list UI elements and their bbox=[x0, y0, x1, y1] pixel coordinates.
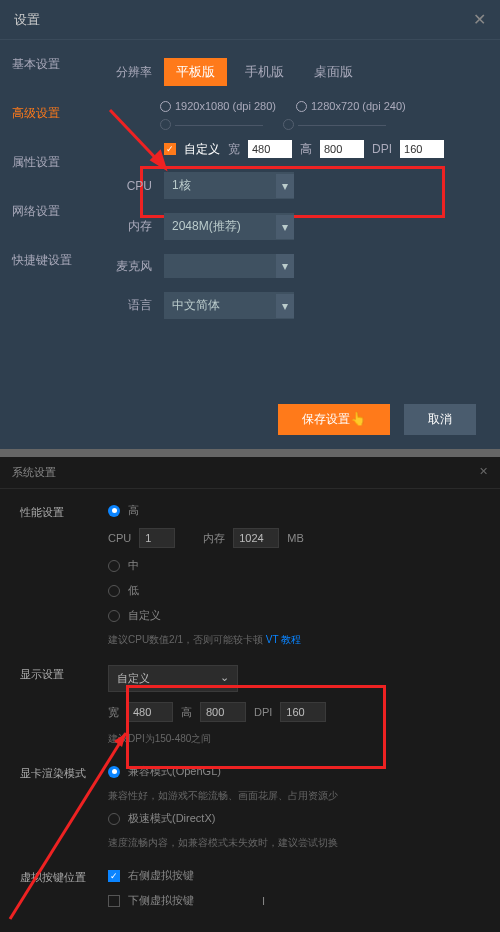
render-opt2-label: 极速模式(DirectX) bbox=[128, 811, 215, 826]
p2-cpu-input[interactable] bbox=[139, 528, 175, 548]
width-label: 宽 bbox=[228, 141, 240, 158]
vkey-check1-label: 右侧虚拟按键 bbox=[128, 868, 194, 883]
perf-hint: 建议CPU数值2/1，否则可能较卡顿 bbox=[108, 634, 263, 645]
res-radio-1080-label: 1920x1080 (dpi 280) bbox=[175, 100, 276, 112]
settings-dialog-1: 设置 ✕ 基本设置 高级设置 属性设置 网络设置 快捷键设置 分辨率 平板版 手… bbox=[0, 0, 500, 449]
save-button[interactable]: 保存设置👆 bbox=[278, 404, 390, 435]
content-area: 分辨率 平板版 手机版 桌面版 1920x1080 (dpi 280) 1280… bbox=[100, 40, 500, 390]
perf-radio-mid-label: 中 bbox=[128, 558, 139, 573]
lang-select[interactable]: 中文简体▾ bbox=[164, 292, 294, 319]
render-radio-opengl[interactable] bbox=[108, 766, 120, 778]
p2-mem-input[interactable] bbox=[233, 528, 279, 548]
chevron-down-icon: ▾ bbox=[276, 174, 294, 198]
render-hint2: 速度流畅内容，如兼容模式未失效时，建议尝试切换 bbox=[108, 836, 486, 850]
disp-dpi-label: DPI bbox=[254, 706, 272, 718]
custom-checkbox[interactable]: ✓ bbox=[164, 143, 176, 155]
res-radio-1080[interactable]: 1920x1080 (dpi 280) bbox=[160, 100, 276, 112]
dialog-title-2: 系统设置 bbox=[12, 465, 56, 480]
settings-dialog-2: 系统设置 ✕ 性能设置 高 CPU 内存 MB 中 bbox=[0, 457, 500, 932]
render-label: 显卡渲染模式 bbox=[20, 764, 100, 781]
height-label: 高 bbox=[300, 141, 312, 158]
disp-h-label: 高 bbox=[181, 705, 192, 720]
mic-label: 麦克风 bbox=[100, 258, 156, 275]
height-input[interactable] bbox=[320, 140, 364, 158]
render-opt1-label: 兼容模式(OpenGL) bbox=[128, 764, 221, 779]
dialog-header-2: 系统设置 ✕ bbox=[0, 457, 500, 489]
lang-label: 语言 bbox=[100, 297, 156, 314]
tab-desktop[interactable]: 桌面版 bbox=[302, 58, 365, 86]
dpi-input[interactable] bbox=[400, 140, 444, 158]
sidebar: 基本设置 高级设置 属性设置 网络设置 快捷键设置 bbox=[0, 40, 100, 390]
sidebar-tab-hotkey[interactable]: 快捷键设置 bbox=[0, 236, 100, 285]
disp-w-input[interactable] bbox=[127, 702, 173, 722]
dialog-title: 设置 bbox=[14, 11, 40, 29]
render-hint1: 兼容性好，如游戏不能流畅、画面花屏、占用资源少 bbox=[108, 789, 486, 803]
perf-radio-high-label: 高 bbox=[128, 503, 139, 518]
perf-radio-custom[interactable] bbox=[108, 610, 120, 622]
chevron-down-icon: ▾ bbox=[276, 254, 294, 278]
dpi-label: DPI bbox=[372, 142, 392, 156]
render-radio-directx[interactable] bbox=[108, 813, 120, 825]
chevron-down-icon: ▾ bbox=[276, 294, 294, 318]
cpu-label: CPU bbox=[100, 179, 156, 193]
perf-radio-high[interactable] bbox=[108, 505, 120, 517]
disp-select[interactable]: 自定义⌄ bbox=[108, 665, 238, 692]
resolution-tabs: 平板版 手机版 桌面版 bbox=[164, 58, 365, 86]
custom-label: 自定义 bbox=[184, 141, 220, 158]
width-input[interactable] bbox=[248, 140, 292, 158]
chevron-down-icon: ▾ bbox=[276, 215, 294, 239]
p2-cpu-label: CPU bbox=[108, 532, 131, 544]
vkey-check2[interactable] bbox=[108, 895, 120, 907]
perf-radio-low-label: 低 bbox=[128, 583, 139, 598]
cpu-select[interactable]: 1核▾ bbox=[164, 172, 294, 199]
mem-label: 内存 bbox=[100, 218, 156, 235]
perf-label: 性能设置 bbox=[20, 503, 100, 520]
vkey-check2-label: 下侧虚拟按键 bbox=[128, 893, 194, 908]
tab-tablet[interactable]: 平板版 bbox=[164, 58, 227, 86]
tab-phone[interactable]: 手机版 bbox=[233, 58, 296, 86]
mem-select[interactable]: 2048M(推荐)▾ bbox=[164, 213, 294, 240]
mic-select[interactable]: ▾ bbox=[164, 254, 294, 278]
perf-radio-mid[interactable] bbox=[108, 560, 120, 572]
perf-radio-low[interactable] bbox=[108, 585, 120, 597]
disp-w-label: 宽 bbox=[108, 705, 119, 720]
vkey-label: 虚拟按键位置 bbox=[20, 868, 100, 885]
dialog-footer: 保存设置👆 取消 bbox=[0, 390, 500, 449]
resolution-label: 分辨率 bbox=[100, 64, 156, 81]
res-radio-720[interactable]: 1280x720 (dpi 240) bbox=[296, 100, 406, 112]
vkey-check1[interactable]: ✓ bbox=[108, 870, 120, 882]
disp-label: 显示设置 bbox=[20, 665, 100, 682]
disp-hint: 建议DPI为150-480之间 bbox=[108, 732, 486, 746]
sidebar-tab-property[interactable]: 属性设置 bbox=[0, 138, 100, 187]
close-icon[interactable]: ✕ bbox=[473, 10, 486, 29]
text-cursor-icon: I bbox=[262, 895, 265, 907]
dialog-body: 基本设置 高级设置 属性设置 网络设置 快捷键设置 分辨率 平板版 手机版 桌面… bbox=[0, 40, 500, 390]
dialog-body-2: 性能设置 高 CPU 内存 MB 中 低 自定义 建议CPU数值2/1，否则可能… bbox=[0, 489, 500, 932]
close-icon[interactable]: ✕ bbox=[479, 465, 488, 480]
vt-link[interactable]: VT 教程 bbox=[266, 634, 301, 645]
sidebar-tab-basic[interactable]: 基本设置 bbox=[0, 40, 100, 89]
sidebar-tab-advanced[interactable]: 高级设置 bbox=[0, 89, 100, 138]
p2-mem-label: 内存 bbox=[203, 531, 225, 546]
cancel-button[interactable]: 取消 bbox=[404, 404, 476, 435]
res-radio-720-label: 1280x720 (dpi 240) bbox=[311, 100, 406, 112]
disp-dpi-input[interactable] bbox=[280, 702, 326, 722]
chevron-down-icon: ⌄ bbox=[220, 671, 229, 686]
hand-cursor-icon: 👆 bbox=[350, 411, 366, 426]
dialog-header: 设置 ✕ bbox=[0, 0, 500, 40]
disp-h-input[interactable] bbox=[200, 702, 246, 722]
perf-radio-custom-label: 自定义 bbox=[128, 608, 161, 623]
p2-mem-unit: MB bbox=[287, 532, 304, 544]
sidebar-tab-network[interactable]: 网络设置 bbox=[0, 187, 100, 236]
